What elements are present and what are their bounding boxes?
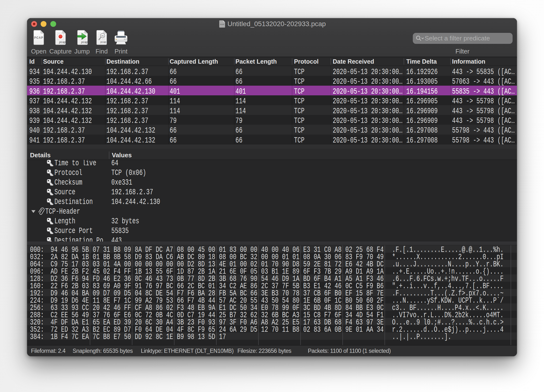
svg-text:PCAP: PCAP: [220, 24, 224, 25]
svg-text:pcap: pcap: [59, 40, 66, 44]
svg-text:PCAP: PCAP: [34, 36, 43, 39]
svg-text:01: 01: [101, 35, 104, 37]
svg-text:pcap: pcap: [100, 40, 106, 43]
svg-text:pcap: pcap: [81, 40, 88, 44]
